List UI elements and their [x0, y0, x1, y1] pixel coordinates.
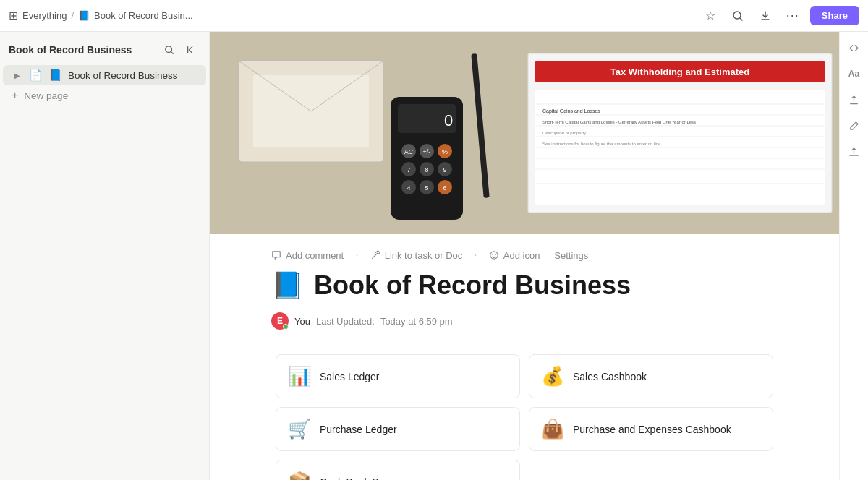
content-area: 0 AC +/- % 7 8 9 4	[210, 32, 839, 480]
doc-icon: 📄	[29, 69, 43, 82]
svg-text:4: 4	[407, 184, 410, 192]
new-page-label: New page	[24, 90, 68, 101]
breadcrumb: ⊞ Everything / 📘 Book of Record Busin...	[9, 9, 193, 22]
meta-updated-label: Last Updated:	[316, 316, 375, 327]
svg-point-49	[492, 254, 493, 255]
download-icon[interactable]	[755, 6, 775, 26]
search-icon[interactable]	[728, 6, 748, 26]
hero-image: 0 AC +/- % 7 8 9 4	[210, 32, 839, 234]
sidebar-header: Book of Record Business	[0, 32, 209, 65]
meta-user: You	[294, 316, 310, 327]
svg-text:%: %	[442, 148, 448, 155]
svg-text:6: 6	[443, 184, 446, 192]
settings-button[interactable]: Settings	[554, 250, 588, 261]
subpage-purchase-expenses[interactable]: 👜 Purchase and Expenses Cashbook	[529, 407, 773, 451]
page-emoji: 📘	[271, 270, 304, 301]
breadcrumb-sep: /	[71, 10, 74, 21]
svg-text:Description of property ...: Description of property ...	[542, 131, 591, 135]
page-title[interactable]: Book of Record Business	[314, 270, 631, 301]
font-size-icon[interactable]: Aa	[844, 64, 864, 84]
page-meta: E You Last Updated: Today at 6:59 pm	[271, 312, 778, 330]
sales-ledger-icon: 📊	[288, 365, 311, 387]
add-comment-button[interactable]: Add comment	[271, 250, 344, 261]
subpages-grid: 📊 Sales Ledger 💰 Sales Cashbook 🛒 Purcha…	[271, 350, 778, 480]
subpage-cash-book-summary[interactable]: 📦 Cash Book Summary	[276, 460, 520, 480]
app-icon[interactable]: ⊞	[9, 9, 18, 22]
bookmark-icon[interactable]: ☆	[700, 6, 720, 26]
svg-text:5: 5	[425, 184, 428, 192]
expand-arrow-icon[interactable]: ▶	[12, 69, 23, 81]
page-actions: Add comment · Link to task or Doc ·	[271, 234, 778, 270]
sales-cashbook-label: Sales Cashbook	[573, 371, 647, 382]
svg-text:Capital Gains and Losses: Capital Gains and Losses	[542, 108, 600, 114]
purchase-ledger-label: Purchase Ledger	[320, 424, 397, 435]
main-layout: Book of Record Business ▶ 📄	[0, 32, 868, 480]
share-upload-icon[interactable]	[844, 90, 864, 110]
purchase-expenses-icon: 👜	[541, 418, 564, 440]
svg-text:0: 0	[444, 111, 453, 129]
cash-book-label: Cash Book Summary	[320, 476, 415, 481]
avatar: E	[271, 312, 289, 330]
purchase-expenses-label: Purchase and Expenses Cashbook	[573, 424, 731, 435]
sidebar-title: Book of Record Business	[9, 44, 132, 56]
sidebar-header-icons	[160, 40, 200, 59]
expand-width-icon[interactable]	[844, 38, 864, 58]
svg-point-50	[495, 254, 496, 255]
svg-text:+/-: +/-	[423, 148, 431, 155]
sidebar-search-icon[interactable]	[160, 40, 179, 59]
topbar-left: ⊞ Everything / 📘 Book of Record Busin...	[9, 9, 694, 22]
svg-text:Short-Term Capital Gains and L: Short-Term Capital Gains and Losses - Ge…	[542, 120, 696, 124]
link-button[interactable]: Link to task or Doc	[370, 250, 463, 261]
svg-text:See instructions for how to fi: See instructions for how to figure the a…	[542, 142, 665, 146]
svg-line-3	[171, 51, 173, 53]
share-button[interactable]: Share	[810, 6, 859, 25]
book-page-icon: 📘	[48, 69, 62, 82]
sidebar-collapse-icon[interactable]	[182, 40, 200, 59]
sidebar-item-label: Book of Record Business	[68, 70, 178, 81]
hero-img-inner: 0 AC +/- % 7 8 9 4	[210, 32, 839, 234]
right-panel: Aa	[839, 32, 868, 480]
breadcrumb-page-title[interactable]: Book of Record Busin...	[94, 10, 193, 21]
subpage-sales-ledger[interactable]: 📊 Sales Ledger	[276, 354, 520, 398]
edit-icon[interactable]	[844, 116, 864, 136]
svg-text:7: 7	[407, 166, 410, 173]
more-icon[interactable]: ···	[783, 6, 803, 26]
page-content-area: Add comment · Link to task or Doc ·	[213, 234, 835, 480]
breadcrumb-home[interactable]: Everything	[22, 10, 67, 21]
add-icon-button[interactable]: Add icon	[489, 250, 540, 261]
breadcrumb-page-icon: 📘	[78, 10, 90, 21]
svg-text:8: 8	[425, 166, 428, 173]
sales-cashbook-icon: 💰	[541, 365, 564, 387]
new-page-row[interactable]: + New page	[3, 85, 206, 106]
new-page-plus-icon: +	[12, 89, 18, 102]
subpage-sales-cashbook[interactable]: 💰 Sales Cashbook	[529, 354, 773, 398]
sales-ledger-label: Sales Ledger	[320, 371, 380, 382]
svg-text:9: 9	[443, 166, 446, 173]
cash-book-icon: 📦	[288, 471, 311, 480]
subpage-purchase-ledger[interactable]: 🛒 Purchase Ledger	[276, 407, 520, 451]
topbar-right: ☆ ··· Share	[700, 6, 859, 26]
svg-line-1	[739, 17, 742, 20]
page-title-row: 📘 Book of Record Business	[271, 270, 778, 301]
sidebar-item-main[interactable]: ▶ 📄 📘 Book of Record Business	[3, 65, 206, 85]
svg-text:AC: AC	[404, 148, 414, 155]
export-icon[interactable]	[844, 142, 864, 162]
purchase-ledger-icon: 🛒	[288, 418, 311, 440]
sidebar: Book of Record Business ▶ 📄	[0, 32, 210, 480]
avatar-online-dot	[283, 324, 289, 330]
meta-updated-value: Today at 6:59 pm	[380, 316, 453, 327]
svg-text:Tax Withholding and Estimated: Tax Withholding and Estimated	[610, 67, 750, 77]
topbar: ⊞ Everything / 📘 Book of Record Busin...…	[0, 0, 868, 32]
